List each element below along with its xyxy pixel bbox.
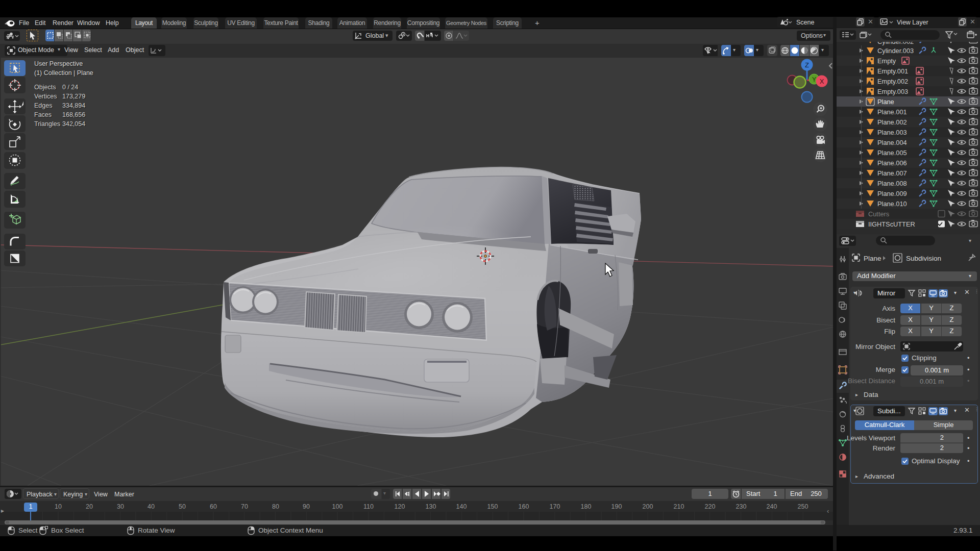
svg-text:150: 150 xyxy=(487,503,498,510)
svg-text:200: 200 xyxy=(643,503,653,510)
svg-text:120: 120 xyxy=(395,503,405,510)
svg-text:Empty.002: Empty.002 xyxy=(877,78,908,85)
svg-text:Empty.001: Empty.001 xyxy=(877,67,908,75)
svg-text:240: 240 xyxy=(767,503,777,510)
svg-text:Z: Z xyxy=(805,61,809,69)
svg-text:Y: Y xyxy=(812,76,816,83)
svg-text:70: 70 xyxy=(241,503,248,510)
svg-text:Plane.005: Plane.005 xyxy=(877,149,907,157)
svg-text:Cylinder.003: Cylinder.003 xyxy=(877,47,914,55)
svg-text:20: 20 xyxy=(86,503,93,510)
svg-text:X: X xyxy=(820,78,824,85)
svg-text:170: 170 xyxy=(550,503,560,510)
svg-text:90: 90 xyxy=(303,503,310,510)
svg-text:Plane: Plane xyxy=(877,98,894,106)
svg-text:Plane.002: Plane.002 xyxy=(877,118,907,126)
svg-text:140: 140 xyxy=(456,503,467,510)
svg-text:250: 250 xyxy=(798,503,808,510)
svg-text:Cylinder.002: Cylinder.002 xyxy=(877,42,914,45)
svg-text:80: 80 xyxy=(272,503,279,510)
svg-text:190: 190 xyxy=(611,503,622,510)
svg-text:230: 230 xyxy=(736,503,747,510)
svg-text:Plane.009: Plane.009 xyxy=(877,190,907,197)
svg-text:110: 110 xyxy=(363,503,374,510)
svg-text:Cutters: Cutters xyxy=(868,210,889,218)
svg-text:Plane.010: Plane.010 xyxy=(877,200,907,208)
svg-text:Plane.004: Plane.004 xyxy=(877,139,907,146)
svg-text:180: 180 xyxy=(581,503,592,510)
svg-text:IIGHTScUTTER: IIGHTScUTTER xyxy=(868,220,915,228)
svg-text:60: 60 xyxy=(210,503,217,510)
svg-text:Plane.008: Plane.008 xyxy=(877,180,907,187)
svg-text:130: 130 xyxy=(426,503,436,510)
svg-text:210: 210 xyxy=(674,503,684,510)
svg-text:Plane.001: Plane.001 xyxy=(877,108,907,116)
svg-text:Empty.003: Empty.003 xyxy=(877,88,908,95)
svg-text:Plane.007: Plane.007 xyxy=(877,169,907,177)
svg-text:160: 160 xyxy=(519,503,529,510)
svg-text:10: 10 xyxy=(55,503,62,510)
svg-text:Plane.006: Plane.006 xyxy=(877,159,907,167)
svg-text:100: 100 xyxy=(332,503,343,510)
svg-text:40: 40 xyxy=(148,503,155,510)
svg-text:220: 220 xyxy=(705,503,716,510)
svg-text:50: 50 xyxy=(179,503,186,510)
svg-text:Empty: Empty xyxy=(877,57,896,65)
svg-text:30: 30 xyxy=(117,503,124,510)
svg-text:Plane.003: Plane.003 xyxy=(877,129,907,136)
